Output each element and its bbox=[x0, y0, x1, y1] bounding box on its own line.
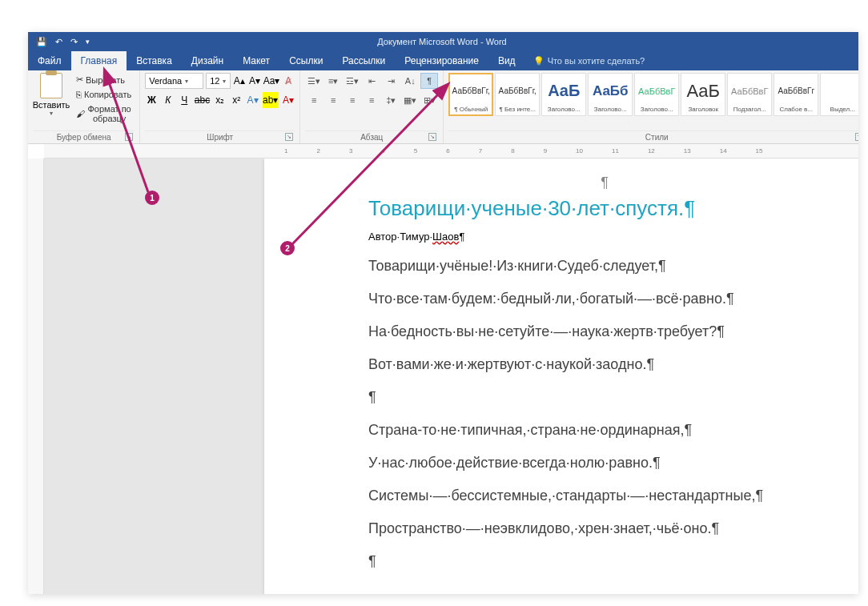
copy-icon: ⎘ bbox=[76, 90, 82, 99]
paste-button[interactable]: Вставить ▾ bbox=[33, 73, 70, 130]
document-line[interactable]: У·нас·любое·действие·всегда·нолю·равно.¶ bbox=[368, 455, 841, 472]
tab-view[interactable]: Вид bbox=[488, 51, 525, 70]
tab-layout[interactable]: Макет bbox=[233, 51, 279, 70]
scissors-icon: ✂ bbox=[76, 74, 83, 85]
tab-references[interactable]: Ссылки bbox=[279, 51, 332, 70]
style-name: Заголово... bbox=[544, 106, 584, 113]
style-item[interactable]: АаБбЗаголово... bbox=[588, 73, 633, 116]
style-item[interactable]: АаБбВвГг,¶ Без инте... bbox=[495, 73, 540, 116]
document-line[interactable]: Страна-то·не·типичная,·страна·не·ординар… bbox=[368, 422, 841, 439]
undo-icon[interactable]: ↶ bbox=[55, 37, 62, 47]
redo-icon[interactable]: ↷ bbox=[70, 37, 78, 47]
style-sample: АаБ bbox=[548, 76, 580, 106]
style-name: Слабое в... bbox=[776, 106, 816, 113]
document-line[interactable]: Что·все·там·будем:·бедный·ли,·богатый·—·… bbox=[368, 291, 841, 307]
save-icon[interactable]: 💾 bbox=[36, 37, 47, 47]
paste-label: Вставить bbox=[33, 100, 70, 110]
group-styles: АаБбВвГг,¶ ОбычныйАаБбВвГг,¶ Без инте...… bbox=[444, 70, 858, 143]
document-line[interactable]: На·бедность·вы·не·сетуйте·—·наука·жертв·… bbox=[368, 323, 841, 340]
style-sample: АаБбВвГг bbox=[778, 76, 814, 106]
style-name: Подзагол... bbox=[729, 106, 770, 113]
subscript-button[interactable]: x₂ bbox=[214, 92, 227, 108]
style-name: Заголово... bbox=[590, 106, 630, 113]
annotation-number: 1 bbox=[145, 191, 159, 205]
tab-review[interactable]: Рецензирование bbox=[395, 51, 488, 70]
style-item[interactable]: Выдел... bbox=[820, 73, 858, 116]
style-sample: АаБбВвГ bbox=[638, 76, 675, 106]
style-item[interactable]: АаБбВвГг,¶ Обычный bbox=[448, 73, 493, 116]
tell-me-text: Что вы хотите сделать? bbox=[548, 56, 645, 66]
annotation-arrow-2 bbox=[284, 84, 452, 252]
style-name: Выдел... bbox=[822, 106, 858, 113]
shrink-font-button[interactable]: A▾ bbox=[248, 73, 261, 89]
font-size-combo[interactable]: 12▾ bbox=[206, 73, 230, 89]
title-bar: 💾 ↶ ↷ ▾ Документ Microsoft Word - Word bbox=[28, 32, 858, 51]
style-sample: АаБб bbox=[593, 76, 629, 106]
superscript-button[interactable]: x² bbox=[230, 92, 243, 108]
style-sample: АаБбВвГг, bbox=[499, 76, 536, 106]
annotation-arrow-1 bbox=[100, 72, 172, 200]
styles-group-label: Стили bbox=[645, 133, 669, 142]
svg-line-0 bbox=[108, 80, 148, 192]
style-sample: АаБбВвГ bbox=[731, 76, 768, 106]
tab-insert[interactable]: Вставка bbox=[127, 51, 182, 70]
document-line[interactable]: Вот·вами·же·и·жертвуют·с·наукой·заодно.¶ bbox=[368, 356, 841, 373]
svg-line-1 bbox=[292, 92, 440, 244]
ribbon-tabs: Файл Главная Вставка Дизайн Макет Ссылки… bbox=[28, 51, 858, 70]
paragraph-mark: ¶ bbox=[459, 231, 464, 243]
underline-button[interactable]: Ч bbox=[178, 92, 191, 108]
style-sample: АаБ bbox=[686, 76, 720, 106]
strikethrough-button[interactable]: abc bbox=[195, 92, 211, 108]
style-name: ¶ Без инте... bbox=[497, 106, 537, 113]
tab-design[interactable]: Дизайн bbox=[182, 51, 233, 70]
vertical-ruler[interactable] bbox=[28, 159, 44, 594]
style-name: Заголовок bbox=[683, 106, 723, 113]
style-item[interactable]: АаБЗаголовок bbox=[681, 73, 725, 116]
tell-me[interactable]: 💡 Что вы хотите сделать? bbox=[525, 51, 645, 70]
annotation-number: 2 bbox=[280, 241, 295, 255]
app-title: Документ Microsoft Word - Word bbox=[90, 37, 794, 46]
document-line[interactable]: Пространство·—·неэвклидово,·хрен·знает,·… bbox=[368, 520, 841, 537]
tab-mailings[interactable]: Рассылки bbox=[332, 51, 395, 70]
change-case-button[interactable]: Aa▾ bbox=[263, 73, 279, 89]
brush-icon: 🖌 bbox=[76, 109, 85, 118]
tab-home[interactable]: Главная bbox=[71, 51, 127, 70]
grow-font-button[interactable]: A▴ bbox=[233, 73, 246, 89]
document-line[interactable]: Системы·—·бессистемные,·стандарты·—·нест… bbox=[368, 488, 841, 504]
style-name: ¶ Обычный bbox=[451, 106, 491, 113]
annotation-badge-1: 1 bbox=[145, 191, 159, 205]
font-size-value: 12 bbox=[210, 76, 219, 86]
style-item[interactable]: АаБЗаголово... bbox=[541, 73, 586, 116]
style-name: Заголово... bbox=[637, 106, 677, 113]
document-line[interactable]: Товарищи·учёные!·Из·книги·Судеб·следует,… bbox=[368, 258, 841, 275]
clipboard-icon bbox=[40, 73, 62, 98]
lightbulb-icon: 💡 bbox=[533, 56, 545, 66]
style-item[interactable]: АаБбВвГЗаголово... bbox=[634, 73, 679, 116]
dialog-launcher-icon[interactable]: ↘ bbox=[855, 133, 858, 141]
text-effects-button[interactable]: A▾ bbox=[246, 92, 259, 108]
style-sample: АаБбВвГг, bbox=[452, 76, 490, 106]
highlight-button[interactable]: ab▾ bbox=[263, 92, 279, 108]
document-line[interactable]: ¶ bbox=[368, 553, 841, 570]
document-line[interactable]: ¶ bbox=[368, 389, 841, 406]
annotation-badge-2: 2 bbox=[280, 241, 295, 255]
font-group-label: Шрифт bbox=[207, 133, 233, 142]
tab-file[interactable]: Файл bbox=[28, 51, 71, 70]
style-item[interactable]: АаБбВвГПодзагол... bbox=[727, 73, 772, 116]
style-item[interactable]: АаБбВвГгСлабое в... bbox=[774, 73, 818, 116]
